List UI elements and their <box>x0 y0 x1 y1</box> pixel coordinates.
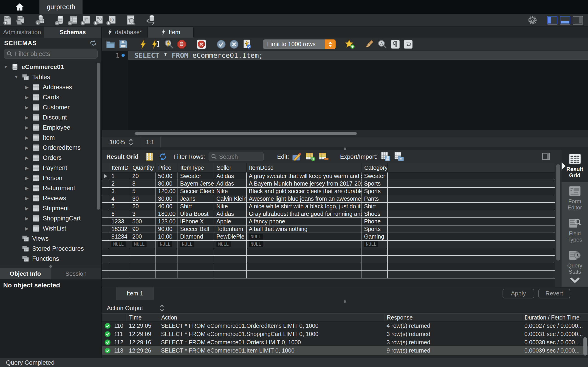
chevron-right-icon[interactable]: ▶ <box>24 216 29 221</box>
tree-item-ordereditems[interactable]: ▶OrderedItems <box>0 143 101 153</box>
toggle-invisibles-button[interactable] <box>390 39 401 50</box>
column-header-price[interactable]: Price <box>156 163 178 172</box>
cell[interactable]: A gray sweater that will keep you warm a… <box>247 173 362 180</box>
cell[interactable]: PewDiePie <box>214 233 247 240</box>
tab-database[interactable]: database* <box>102 27 148 38</box>
home-tab[interactable] <box>0 0 40 14</box>
ratio-button[interactable]: 1:1 <box>146 139 154 146</box>
tree-item-tables[interactable]: ▼Tables <box>0 72 101 82</box>
schema-filter-input[interactable] <box>15 50 95 58</box>
tree-item-returnment[interactable]: ▶Returnment <box>0 183 101 193</box>
cell[interactable]: 120.00 <box>156 188 178 195</box>
inspector-button[interactable]: i <box>35 15 45 26</box>
cell[interactable]: Shoes <box>362 210 388 217</box>
chevron-right-icon[interactable]: ▶ <box>24 186 29 191</box>
execute-current-button[interactable] <box>150 39 162 50</box>
reconnect-button[interactable] <box>145 15 156 26</box>
chevron-right-icon[interactable]: ▶ <box>24 206 29 211</box>
cell[interactable]: Calvin Klein <box>214 195 247 202</box>
tab-session[interactable]: Session <box>51 268 102 279</box>
cell[interactable]: A Bayern Munich home jersey from 2017-20… <box>247 180 362 187</box>
cell[interactable]: Gaming <box>362 233 388 240</box>
chevron-right-icon[interactable]: ▶ <box>24 115 29 120</box>
tree-item-payment[interactable]: ▶Payment <box>0 163 101 173</box>
chevron-right-icon[interactable]: ▶ <box>24 105 29 110</box>
tab-object-info[interactable]: Object Info <box>0 268 51 279</box>
column-header-seller[interactable]: Seller <box>214 163 247 172</box>
toggle-output-button[interactable] <box>560 15 571 26</box>
column-header-itemtype[interactable]: ItemType <box>178 163 214 172</box>
cell[interactable]: Nike <box>214 188 247 195</box>
cell[interactable]: 500 <box>130 218 156 225</box>
cell[interactable]: NULL <box>109 241 130 248</box>
action-output-row[interactable]: 11012:29:05SELECT * FROM eCommerce01.Ord… <box>102 322 588 330</box>
chevron-right-icon[interactable]: ▶ <box>24 226 29 231</box>
table-row[interactable]: 63180.00Ultra BoostAdidasGray ultraboost… <box>102 210 562 218</box>
cell[interactable]: 20 <box>130 173 156 180</box>
table-row[interactable]: 35120.00Soccer CleetsNikeBlack and gold … <box>102 188 562 195</box>
save-button[interactable] <box>118 39 129 50</box>
cell[interactable]: NULL <box>214 241 247 248</box>
cell[interactable]: 5 <box>130 188 156 195</box>
result-tab-item1[interactable]: Item 1 <box>116 287 154 300</box>
cell[interactable]: Black and gold soccer cleets that are du… <box>247 188 362 195</box>
panel-item-field-types[interactable]: FieldTypes <box>562 214 588 246</box>
refresh-grid-button[interactable] <box>158 152 168 162</box>
cell[interactable]: NULL <box>156 241 178 248</box>
editor-code-area[interactable]: SELECT * FROM eCommerce01.Item; <box>128 51 588 130</box>
editor-result-splitter[interactable] <box>102 147 588 150</box>
cell[interactable]: Sports <box>362 188 388 195</box>
rollback-button[interactable] <box>229 39 240 50</box>
cell[interactable]: 30.00 <box>156 195 178 202</box>
delete-row-button[interactable] <box>319 152 329 162</box>
refresh-schemas-icon[interactable] <box>89 40 97 47</box>
cell[interactable]: Sweater <box>362 173 388 180</box>
export-button[interactable] <box>381 152 391 162</box>
tab-administration[interactable]: Administration <box>0 27 44 38</box>
cell[interactable]: 2 <box>109 180 130 187</box>
cell[interactable]: 50.00 <box>156 173 178 180</box>
add-row-button[interactable] <box>305 152 316 162</box>
tab-schemas[interactable]: Schemas <box>44 27 101 38</box>
grid-search-input[interactable] <box>219 153 261 160</box>
cell[interactable]: Tottenham <box>214 225 247 233</box>
new-query-button[interactable]: SQL <box>2 15 13 26</box>
explain-button[interactable] <box>163 39 174 50</box>
chevron-right-icon[interactable]: ▶ <box>24 135 29 140</box>
cell[interactable]: Sweater <box>178 173 214 180</box>
cell[interactable]: 4 <box>109 195 130 202</box>
tree-item-shoppingcart[interactable]: ▶ShoppingCart <box>0 213 101 223</box>
cell[interactable]: 90 <box>130 225 156 233</box>
cell[interactable]: 180.00 <box>156 210 178 217</box>
create-function-button[interactable]: f() <box>106 15 117 26</box>
sidebar-splitter[interactable] <box>0 265 101 268</box>
tree-item-addresses[interactable]: ▶Addresses <box>0 82 101 92</box>
zoom-stepper-icon[interactable] <box>128 138 134 146</box>
beautify-button[interactable] <box>364 39 375 50</box>
tree-scrollbar[interactable] <box>97 63 100 210</box>
table-row[interactable]: 12050.00SweaterAdidasA gray sweater that… <box>102 173 562 180</box>
toggle-wrap-button[interactable] <box>403 39 414 50</box>
tree-item-ecommerce01[interactable]: ▼eCommerce01 <box>0 62 101 72</box>
cell[interactable]: 90.00 <box>156 225 178 233</box>
create-view-button[interactable] <box>80 15 91 26</box>
save-snippet-button[interactable] <box>344 39 355 50</box>
find-button[interactable]: A <box>377 39 388 50</box>
panel-item-form-editor[interactable]: FormEditor <box>562 182 588 214</box>
tree-item-employee[interactable]: ▶Employee <box>0 123 101 133</box>
cell[interactable]: 123.00 <box>156 218 178 225</box>
cell[interactable]: Adidas <box>214 173 247 180</box>
tree-item-customer[interactable]: ▶Customer <box>0 102 101 112</box>
cell[interactable]: 200 <box>130 233 156 240</box>
chevron-right-icon[interactable]: ▶ <box>24 95 29 100</box>
action-output-scrollbar[interactable] <box>583 337 587 356</box>
action-output-row[interactable]: 11112:29:09SELECT * FROM eCommerce01.Sho… <box>102 330 588 338</box>
tree-item-functions[interactable]: Functions <box>0 254 101 264</box>
create-table-button[interactable] <box>67 15 78 26</box>
cell[interactable]: 20 <box>130 203 156 210</box>
cell[interactable]: Awesome light blue jeans from an awesome… <box>247 195 362 202</box>
preferences-button[interactable] <box>527 15 538 26</box>
edit-cell-button[interactable] <box>292 152 302 162</box>
open-script-button[interactable]: SQL <box>15 15 26 26</box>
grid-vscrollbar[interactable] <box>555 163 562 287</box>
